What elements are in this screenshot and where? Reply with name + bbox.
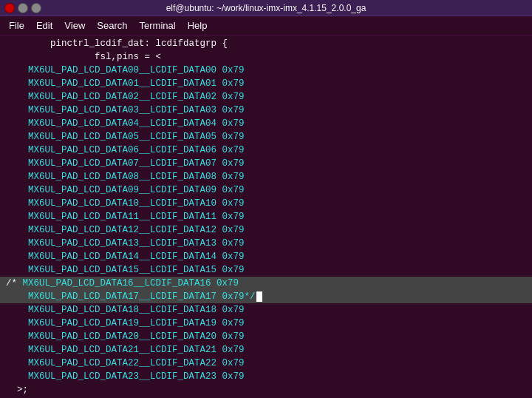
terminal-line: MX6UL_PAD_LCD_DATA14__LCDIF_DATA14 0x79 [0, 250, 532, 263]
menu-bar: File Edit View Search Terminal Help [0, 16, 532, 36]
terminal-line: MX6UL_PAD_LCD_DATA06__LCDIF_DATA06 0x79 [0, 144, 532, 157]
terminal-line: MX6UL_PAD_LCD_DATA03__LCDIF_DATA03 0x79 [0, 104, 532, 117]
minimize-button[interactable] [18, 3, 28, 13]
terminal-line: MX6UL_PAD_LCD_DATA23__LCDIF_DATA23 0x79 [0, 370, 532, 383]
terminal-content: pinctrl_lcdif_dat: lcdifdatgrp { fsl,pin… [0, 36, 532, 398]
terminal-line: MX6UL_PAD_LCD_DATA17__LCDIF_DATA17 0x79*… [0, 290, 532, 303]
menu-file[interactable]: File [3, 18, 30, 33]
menu-terminal[interactable]: Terminal [134, 18, 182, 33]
terminal-line: MX6UL_PAD_LCD_DATA09__LCDIF_DATA09 0x79 [0, 183, 532, 197]
terminal-line: MX6UL_PAD_LCD_DATA01__LCDIF_DATA01 0x79 [0, 77, 532, 90]
terminal-line: MX6UL_PAD_LCD_DATA11__LCDIF_DATA11 0x79 [0, 210, 532, 223]
terminal-line: >; [0, 383, 532, 397]
terminal-line: MX6UL_PAD_LCD_DATA18__LCDIF_DATA18 0x79 [0, 303, 532, 317]
terminal-line: MX6UL_PAD_LCD_DATA13__LCDIF_DATA13 0x79 [0, 237, 532, 250]
terminal-line: MX6UL_PAD_LCD_DATA12__LCDIF_DATA12 0x79 [0, 223, 532, 237]
terminal-line: MX6UL_PAD_LCD_DATA02__LCDIF_DATA02 0x79 [0, 90, 532, 104]
menu-edit[interactable]: Edit [30, 18, 58, 33]
terminal-line: fsl,pins = < [0, 50, 532, 64]
menu-view[interactable]: View [58, 18, 91, 33]
terminal-line: MX6UL_PAD_LCD_DATA10__LCDIF_DATA10 0x79 [0, 197, 532, 210]
close-button[interactable] [4, 3, 15, 13]
window-title: elf@ubuntu: ~/work/linux-imx-imx_4.1.15_… [41, 3, 491, 13]
menu-search[interactable]: Search [91, 18, 133, 33]
terminal-line: MX6UL_PAD_LCD_DATA00__LCDIF_DATA00 0x79 [0, 64, 532, 77]
title-bar: elf@ubuntu: ~/work/linux-imx-imx_4.1.15_… [0, 0, 532, 16]
window-controls[interactable] [4, 3, 41, 13]
menu-help[interactable]: Help [182, 18, 214, 33]
maximize-button[interactable] [31, 3, 41, 13]
terminal-line: MX6UL_PAD_LCD_DATA19__LCDIF_DATA19 0x79 [0, 317, 532, 330]
terminal-line: pinctrl_lcdif_dat: lcdifdatgrp { [0, 37, 532, 50]
terminal-line: MX6UL_PAD_LCD_DATA22__LCDIF_DATA22 0x79 [0, 357, 532, 370]
terminal-line: MX6UL_PAD_LCD_DATA05__LCDIF_DATA05 0x79 [0, 130, 532, 144]
terminal-line: MX6UL_PAD_LCD_DATA20__LCDIF_DATA20 0x79 [0, 330, 532, 343]
terminal-line: MX6UL_PAD_LCD_DATA04__LCDIF_DATA04 0x79 [0, 117, 532, 130]
terminal-line: MX6UL_PAD_LCD_DATA21__LCDIF_DATA21 0x79 [0, 343, 532, 357]
terminal-line: MX6UL_PAD_LCD_DATA15__LCDIF_DATA15 0x79 [0, 263, 532, 277]
terminal-line: /* MX6UL_PAD_LCD_DATA16__LCDIF_DATA16 0x… [0, 277, 532, 290]
terminal-line: MX6UL_PAD_LCD_DATA08__LCDIF_DATA08 0x79 [0, 170, 532, 183]
terminal-line: MX6UL_PAD_LCD_DATA07__LCDIF_DATA07 0x79 [0, 157, 532, 170]
